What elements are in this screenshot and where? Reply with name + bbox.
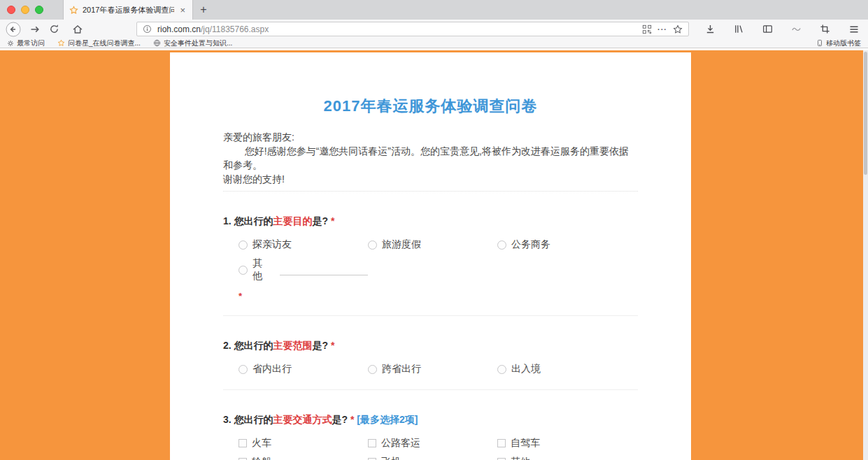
option[interactable]: 其他	[497, 456, 638, 460]
bookmark-most-visited[interactable]: 最常访问	[7, 38, 45, 48]
option[interactable]: 火车	[239, 437, 368, 450]
question-text: 是?	[332, 414, 348, 425]
url-domain: rioh.com.cn	[157, 24, 201, 34]
fill-blank-input[interactable]	[280, 264, 368, 275]
question-text: 您出行的	[234, 215, 273, 227]
url-text[interactable]: rioh.com.cn/jq/11835766.aspx	[157, 24, 636, 34]
question-title: 3. 您出行的主要交通方式是? * [最多选择2项]	[223, 414, 638, 426]
page-viewport: 2017年春运服务体验调查问卷 亲爱的旅客朋友: 您好!感谢您参与“邀您共同话春…	[0, 50, 868, 460]
intro-line: 谢谢您的支持!	[223, 172, 638, 186]
option-label: 公路客运	[381, 437, 420, 450]
options-grid: 探亲访友旅游度假公务商务其他	[239, 238, 638, 282]
qr-code-icon[interactable]	[642, 24, 652, 34]
question-highlight: 主要目的	[273, 215, 313, 227]
mobile-bookmarks[interactable]: 移动版书签	[816, 38, 861, 48]
bookmark-label: 最常访问	[17, 38, 45, 48]
option-label: 跨省出行	[382, 363, 421, 375]
question-title: 2. 您出行的主要范围是? *	[223, 340, 638, 352]
option[interactable]: 旅游度假	[368, 238, 497, 251]
reload-icon[interactable]	[49, 24, 59, 34]
bookmark-wenjuanxing[interactable]: 问卷星_在线问卷调查...	[57, 38, 141, 48]
question-2: 2. 您出行的主要范围是? *省内出行跨省出行出入境	[223, 316, 638, 375]
globe-icon	[153, 39, 161, 47]
question-number: 1.	[223, 215, 234, 227]
url-bar[interactable]: rioh.com.cn/jq/11835766.aspx ···	[136, 22, 689, 36]
radio-button[interactable]	[497, 240, 506, 250]
tab-bar: 2017年春运服务体验调查问卷 × +	[0, 0, 868, 20]
download-icon[interactable]	[705, 24, 716, 34]
url-path: /jq/11835766.aspx	[201, 24, 269, 34]
radio-button[interactable]	[368, 365, 377, 374]
option[interactable]: 其他	[239, 257, 368, 282]
question-3: 3. 您出行的主要交通方式是? * [最多选择2项]火车公路客运自驾车轮船飞机其…	[223, 390, 638, 460]
option[interactable]: 自驾车	[497, 437, 638, 450]
page-actions-icon[interactable]: ···	[657, 25, 667, 34]
pocket-squiggle-icon[interactable]	[791, 24, 802, 34]
bookmark-label: 移动版书签	[826, 38, 861, 48]
minimize-window-button[interactable]	[21, 6, 29, 14]
back-icon[interactable]	[6, 22, 21, 37]
options-grid: 火车公路客运自驾车轮船飞机其他	[239, 437, 638, 460]
option-label: 火车	[252, 437, 271, 450]
option[interactable]: 跨省出行	[368, 363, 497, 375]
question-footnote: *	[239, 291, 638, 301]
survey-card: 2017年春运服务体验调查问卷 亲爱的旅客朋友: 您好!感谢您参与“邀您共同话春…	[170, 52, 691, 460]
radio-button[interactable]	[239, 365, 248, 374]
home-icon[interactable]	[72, 24, 83, 35]
option[interactable]: 公务商务	[497, 238, 638, 251]
intro-line: 亲爱的旅客朋友:	[223, 130, 638, 144]
screenshot-crop-icon[interactable]	[820, 24, 830, 34]
menu-hamburger-icon[interactable]	[848, 24, 860, 35]
footnote-asterisk: *	[239, 291, 368, 301]
window-controls	[0, 0, 53, 20]
question-text: 您出行的	[234, 414, 273, 425]
question-highlight: 主要交通方式	[273, 414, 332, 425]
bookmark-security[interactable]: 安全事件处置与知识...	[153, 38, 232, 48]
site-info-icon[interactable]	[143, 24, 152, 34]
favicon-star-icon	[69, 6, 78, 15]
tab-close-icon[interactable]: ×	[178, 5, 187, 15]
question-1: 1. 您出行的主要目的是? *探亲访友旅游度假公务商务其他*	[223, 192, 638, 301]
page-scrollbar[interactable]	[863, 50, 868, 460]
option-label: 探亲访友	[252, 238, 292, 251]
new-tab-button[interactable]: +	[193, 0, 214, 20]
bookmark-label: 问卷星_在线问卷调查...	[68, 38, 141, 48]
option[interactable]: 探亲访友	[239, 238, 368, 251]
question-highlight: 主要范围	[273, 340, 313, 351]
zoom-window-button[interactable]	[35, 6, 43, 14]
scrollbar-thumb[interactable]	[864, 52, 867, 175]
radio-button[interactable]	[239, 240, 248, 250]
option-label: 出入境	[511, 363, 541, 375]
option[interactable]: 出入境	[497, 363, 638, 375]
intro-line: 您好!感谢您参与“邀您共同话春运”活动。您的宝贵意见,将被作为改进春运服务的重要…	[223, 144, 638, 172]
checkbox[interactable]	[497, 439, 506, 447]
checkbox[interactable]	[239, 439, 247, 447]
active-tab[interactable]: 2017年春运服务体验调查问卷 ×	[63, 0, 193, 20]
option[interactable]: 飞机	[368, 456, 497, 460]
radio-button[interactable]	[497, 365, 506, 374]
question-title: 1. 您出行的主要目的是? *	[223, 215, 638, 228]
library-icon[interactable]	[734, 24, 744, 34]
gear-icon	[7, 40, 14, 47]
tab-title: 2017年春运服务体验调查问卷	[83, 5, 174, 15]
option-label: 自驾车	[511, 437, 540, 450]
option[interactable]: 公路客运	[368, 437, 497, 450]
sidebar-icon[interactable]	[762, 24, 773, 34]
option-label: 其他	[511, 456, 530, 460]
question-text: 是?	[313, 215, 329, 227]
toolbar-right-icons	[705, 24, 862, 35]
question-note: [最多选择2项]	[354, 414, 418, 425]
checkbox[interactable]	[368, 439, 376, 447]
option[interactable]: 轮船	[239, 456, 368, 460]
radio-button[interactable]	[239, 266, 248, 275]
option-label: 公务商务	[511, 238, 550, 251]
option[interactable]: 省内出行	[239, 363, 368, 375]
option-label: 飞机	[381, 456, 401, 460]
bookmarks-bar: 最常访问 问卷星_在线问卷调查... 安全事件处置与知识... 移动版书签	[0, 38, 868, 48]
close-window-button[interactable]	[7, 6, 15, 14]
bookmark-star-icon[interactable]	[673, 24, 683, 34]
fill-blank-input[interactable]	[539, 457, 638, 460]
navigation-toolbar: rioh.com.cn/jq/11835766.aspx ···	[0, 20, 868, 38]
radio-button[interactable]	[368, 240, 377, 250]
forward-icon[interactable]	[29, 24, 41, 35]
